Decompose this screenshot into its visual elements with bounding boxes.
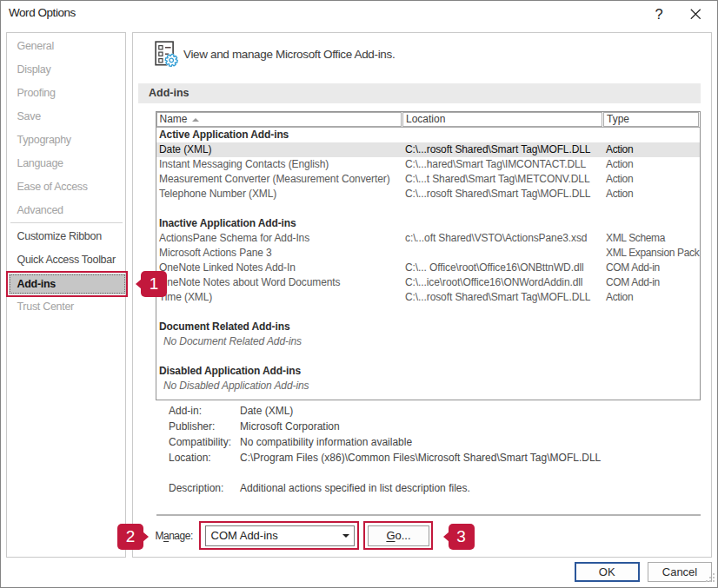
table-row: No Disabled Application Add-ins (156, 379, 701, 393)
cell-location: C:\... Office\root\Office16\ONBttnWD.dll (405, 261, 584, 275)
cell-name: Instant Messaging Contacts (English) (159, 157, 329, 172)
detail-row: Publisher:Microsoft Corporation (1, 419, 581, 434)
cell-name: Active Application Add-ins (159, 128, 289, 142)
sort-ascending-icon (192, 118, 199, 122)
annotation-rect-go-button (363, 521, 433, 550)
manage-separator (156, 514, 701, 516)
sidebar-item-customize-ribbon[interactable]: Customize Ribbon (7, 225, 124, 248)
table-row[interactable]: ActionsPane Schema for Add-Insc:\...oft … (156, 231, 701, 246)
table-empty-row (156, 202, 701, 216)
table-row: No Document Related Add-ins (156, 334, 701, 349)
detail-row: Compatibility:No compatibility informati… (1, 434, 581, 450)
callout-2: 2 (117, 524, 143, 550)
table-group-row: Disabled Application Add-ins (156, 364, 701, 379)
detail-label: Description: (169, 480, 223, 496)
sidebar-item-quick-access-toolbar[interactable]: Quick Access Toolbar (7, 248, 124, 272)
detail-value: C:\Program Files (x86)\Common Files\Micr… (240, 450, 601, 466)
cell-name: No Disabled Application Add-ins (163, 379, 309, 393)
table-row[interactable]: Microsoft Actions Pane 3XML Expansion Pa… (156, 246, 701, 261)
table-body: Active Application Add-insDate (XML)C:\.… (156, 128, 701, 393)
table-empty-row (156, 349, 701, 364)
sidebar-item-display[interactable]: Display (7, 58, 124, 82)
detail-row: Location:C:\Program Files (x86)\Common F… (1, 450, 581, 466)
cell-name: Microsoft Actions Pane 3 (159, 246, 272, 261)
cell-location: C:\...t Shared\Smart Tag\METCONV.DLL (405, 172, 589, 187)
cell-name: Telephone Number (XML) (159, 187, 276, 202)
cell-location: C:\...rosoft Shared\Smart Tag\MOFL.DLL (405, 187, 590, 202)
cell-type: Action (606, 142, 633, 157)
cell-location: C:\...hared\Smart Tag\IMCONTACT.DLL (405, 157, 586, 172)
column-header-name[interactable]: Name (156, 112, 402, 127)
table-group-row: Document Related Add-ins (156, 320, 701, 334)
table-row[interactable]: Telephone Number (XML)C:\...rosoft Share… (156, 187, 701, 202)
cell-type: Action (606, 157, 633, 172)
cell-type: XML Schema (606, 231, 665, 246)
table-group-row: Active Application Add-ins (156, 128, 701, 142)
table-row[interactable]: OneNote Notes about Word DocumentsC:\...… (156, 275, 701, 290)
manage-label: Manage: (156, 525, 193, 546)
addins-page-icon (155, 41, 178, 70)
resize-grip[interactable] (705, 571, 715, 586)
annotation-rect-addins (6, 271, 128, 297)
cell-name: Inactive Application Add-ins (159, 216, 296, 231)
table-row[interactable]: OneNote Linked Notes Add-InC:\... Office… (156, 261, 701, 275)
table-row[interactable]: Instant Messaging Contacts (English)C:\.… (156, 157, 701, 172)
callout-1-arrow (136, 279, 142, 289)
sidebar-item-proofing[interactable]: Proofing (7, 82, 124, 105)
cell-name: Measurement Converter (Measurement Conve… (159, 172, 390, 187)
sidebar-item-save[interactable]: Save (7, 105, 124, 129)
cell-name: Time (XML) (159, 290, 212, 305)
addin-details: Add-in:Date (XML)Publisher:Microsoft Cor… (1, 403, 581, 496)
detail-value: Additional actions specified in list des… (240, 480, 470, 496)
sidebar-item-advanced[interactable]: Advanced (7, 199, 124, 222)
detail-value: Date (XML) (240, 403, 293, 419)
detail-row-description: Description:Additional actions specified… (1, 480, 581, 496)
cell-name: No Document Related Add-ins (163, 334, 302, 349)
cell-name: OneNote Linked Notes Add-In (159, 261, 296, 275)
column-header-location[interactable]: Location (402, 112, 602, 127)
sidebar-item-general[interactable]: General (7, 35, 124, 58)
cell-type: Action (606, 187, 633, 202)
callout-3-arrow (443, 532, 449, 542)
column-header-type[interactable]: Type (603, 112, 699, 127)
close-icon[interactable] (685, 3, 708, 26)
sidebar-divider (10, 222, 123, 223)
table-empty-row (156, 305, 701, 320)
callout-2-arrow (143, 532, 149, 542)
cell-type: COM Add-in (606, 261, 660, 275)
table-header: Name Location Type (156, 112, 701, 128)
table-row[interactable]: Date (XML)C:\...rosoft Shared\Smart Tag\… (156, 142, 701, 157)
callout-1: 1 (141, 271, 167, 297)
cell-location: C:\...rosoft Shared\Smart Tag\MOFL.DLL (405, 142, 590, 157)
detail-value: No compatibility information available (240, 434, 412, 450)
help-icon[interactable]: ? (648, 3, 670, 25)
table-row[interactable]: Measurement Converter (Measurement Conve… (156, 172, 701, 187)
callout-3: 3 (449, 524, 475, 550)
sidebar-item-ease-of-access[interactable]: Ease of Access (7, 175, 124, 199)
cell-name: Document Related Add-ins (159, 320, 290, 334)
detail-label: Location: (169, 450, 211, 466)
cell-type: Action (606, 290, 633, 305)
detail-value: Microsoft Corporation (240, 419, 340, 434)
detail-label: Publisher: (169, 419, 215, 434)
page-description: View and manage Microsoft Office Add-ins… (183, 48, 395, 61)
table-group-row: Inactive Application Add-ins (156, 216, 701, 231)
cancel-button[interactable]: Cancel (648, 562, 712, 582)
addins-table: Name Location Type Active Application Ad… (156, 111, 701, 400)
cell-location: C:\...rosoft Shared\Smart Tag\MOFL.DLL (405, 290, 590, 305)
dialog-title: Word Options (9, 6, 76, 19)
cell-name: OneNote Notes about Word Documents (159, 275, 341, 290)
cell-name: Disabled Application Add-ins (159, 364, 301, 379)
sidebar-item-trust-center[interactable]: Trust Center (7, 295, 124, 319)
cell-type: Action (606, 172, 633, 187)
sidebar-item-typography[interactable]: Typography (7, 129, 124, 152)
section-header: Add-ins (138, 83, 701, 103)
cell-type: XML Expansion Pack (606, 246, 699, 261)
cell-type: COM Add-in (606, 275, 660, 290)
cell-location: C:\...ice\root\Office16\ONWordAddin.dll (405, 275, 582, 290)
sidebar-item-language[interactable]: Language (7, 152, 124, 175)
ok-button[interactable]: OK (575, 562, 640, 582)
table-row[interactable]: Time (XML)C:\...rosoft Shared\Smart Tag\… (156, 290, 701, 305)
cell-name: ActionsPane Schema for Add-Ins (159, 231, 309, 246)
detail-row: Add-in:Date (XML) (1, 403, 581, 419)
